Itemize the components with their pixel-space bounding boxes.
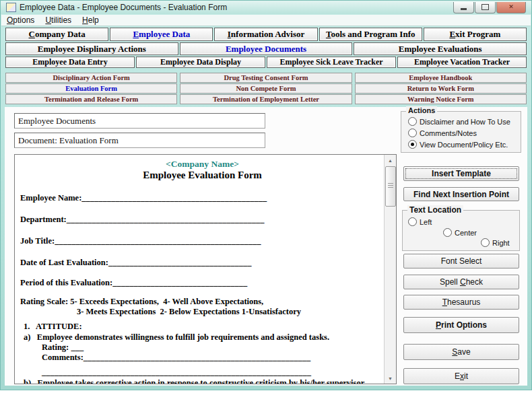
form-employee-handbook[interactable]: Employee Handbook <box>355 73 527 83</box>
minimize-button[interactable] <box>453 2 474 13</box>
doc-line: Rating Scale: 5- Exceeds Expectations, 4… <box>20 297 385 307</box>
tab-employee-data-display[interactable]: Employee Data Display <box>136 57 265 68</box>
main-tab-row: Company Data Employee Data Information A… <box>2 28 530 41</box>
form-evaluation[interactable]: Evaluation Form <box>5 83 177 94</box>
app-icon <box>6 3 16 12</box>
doc-line: Period of this Evaluation:______________… <box>20 278 385 288</box>
doc-form-title: Employee Evaluation Form <box>20 170 385 181</box>
doc-line: 3- Meets Expectations 2- Below Expectati… <box>77 307 385 317</box>
radio-icon <box>481 238 490 247</box>
insert-template-button[interactable]: Insert Template <box>403 166 519 181</box>
menu-help[interactable]: Help <box>77 15 104 25</box>
radio-icon <box>408 217 417 226</box>
document-form-grid: Disciplinary Action Form Drug Testing Co… <box>2 73 530 104</box>
doc-line: Employee Name:__________________________… <box>20 193 385 203</box>
close-button[interactable]: ✕ <box>496 2 526 13</box>
doc-line: Date of Last Evaluation:________________… <box>20 258 385 268</box>
print-options-button[interactable]: Print Options <box>403 317 519 333</box>
window-controls: ✕ <box>453 2 526 13</box>
scrollbar-thumb[interactable] <box>385 166 396 207</box>
app-window: Employee Data - Employee Documents - Eva… <box>0 0 532 390</box>
section-field[interactable]: Employee Documents <box>14 113 265 129</box>
minimize-icon <box>461 8 467 10</box>
radio-selected-icon <box>408 140 417 149</box>
menu-bar: Options Utilities Help <box>1 15 531 26</box>
thumb-grip <box>388 183 393 184</box>
maximize-button[interactable] <box>475 2 496 13</box>
title-bar: Employee Data - Employee Documents - Eva… <box>1 1 531 14</box>
tab-employee-data[interactable]: Employee Data <box>110 28 213 41</box>
exit-button[interactable]: Exit <box>403 368 519 384</box>
form-drug-testing-consent[interactable]: Drug Testing Consent Form <box>180 73 352 83</box>
doc-line: a) Employee demonstrates willingness to … <box>24 332 385 343</box>
thesaurus-button[interactable]: Thesaurus <box>403 295 519 310</box>
document-viewer[interactable]: <Company Name> Employee Evaluation Form … <box>14 154 397 384</box>
form-non-compete[interactable]: Non Compete Form <box>180 83 352 94</box>
doc-company-name: <Company Name> <box>20 159 385 170</box>
close-icon: ✕ <box>508 4 514 10</box>
radio-view-document[interactable]: View Document/Policy Etc. <box>408 140 508 149</box>
subsection-tab-row: Employee Data Entry Employee Data Displa… <box>2 57 530 68</box>
find-next-insertion-point-button[interactable]: Find Next Insertion Point <box>403 187 519 201</box>
form-warning-notice[interactable]: Warning Notice Form <box>355 94 527 104</box>
maximize-icon <box>481 4 489 10</box>
tab-exit-program[interactable]: Exit Program <box>424 28 527 41</box>
form-return-to-work[interactable]: Return to Work Form <box>355 83 527 94</box>
doc-line: ________________________________________… <box>42 367 385 378</box>
tab-employee-disciplinary-actions[interactable]: Employee Displinary Actions <box>5 42 178 55</box>
radio-icon <box>408 117 417 126</box>
form-disciplinary-action[interactable]: Disciplinary Action Form <box>5 73 177 83</box>
actions-group: Actions Disclaimer and How To Use Commen… <box>401 111 521 153</box>
radio-icon <box>443 228 452 237</box>
text-location-label: Text Location <box>407 205 463 215</box>
tab-tools-program-info[interactable]: Tools and Program Info <box>319 28 422 41</box>
save-button[interactable]: Save <box>403 344 519 360</box>
form-termination-employment-letter[interactable]: Termination of Employment Letter <box>180 94 352 104</box>
actions-group-label: Actions <box>406 106 437 114</box>
doc-line: Department:_____________________________… <box>20 215 385 225</box>
doc-line: Rating: ___ <box>42 343 385 353</box>
document-name-field[interactable]: Document: Evaluation Form <box>14 133 265 148</box>
text-location-group: Text Location Left Center Right <box>402 210 520 251</box>
form-termination-release[interactable]: Termination and Release Form <box>5 94 177 104</box>
scroll-up-icon[interactable]: ▲ <box>385 155 396 166</box>
tab-employee-data-entry[interactable]: Employee Data Entry <box>5 57 135 68</box>
tab-employee-documents[interactable]: Employee Documents <box>180 42 353 55</box>
tab-employee-vacation-tracker[interactable]: Employee Vacation Tracker <box>397 57 527 68</box>
radio-left[interactable]: Left <box>408 217 432 226</box>
doc-line: b) Employee takes corrective action in r… <box>24 378 385 384</box>
doc-line: 1. ATTITUDE: <box>24 322 385 332</box>
menu-utilities[interactable]: Utilities <box>40 15 77 25</box>
screen: { "window": { "title": "Employee Data - … <box>0 0 532 393</box>
doc-line: Comments:_______________________________… <box>42 353 385 363</box>
radio-disclaimer[interactable]: Disclaimer and How To Use <box>408 117 510 126</box>
document-body: <Company Name> Employee Evaluation Form … <box>15 155 385 384</box>
radio-comments-notes[interactable]: Comments/Notes <box>408 129 477 137</box>
spell-check-button[interactable]: Spell Check <box>403 275 519 289</box>
radio-center[interactable]: Center <box>443 228 477 237</box>
tab-employee-evaluations[interactable]: Employee Evaluations <box>354 42 527 55</box>
tab-information-advisor[interactable]: Information Advisor <box>214 28 317 41</box>
menu-options[interactable]: Options <box>1 15 40 25</box>
section-tab-row: Employee Displinary Actions Employee Doc… <box>2 42 530 55</box>
radio-right[interactable]: Right <box>481 238 510 247</box>
scroll-down-icon[interactable]: ▼ <box>385 373 396 384</box>
main-panel: Employee Documents Document: Evaluation … <box>5 107 527 386</box>
tab-company-data[interactable]: Company Data <box>5 28 108 41</box>
font-select-button[interactable]: Font Select <box>403 254 519 269</box>
document-scrollbar[interactable]: ▲ ▼ <box>384 155 396 384</box>
tab-employee-sick-leave-tracker[interactable]: Employee Sick Leave Tracker <box>267 57 396 68</box>
doc-line: Job Title:______________________________… <box>20 236 385 246</box>
window-title: Employee Data - Employee Documents - Eva… <box>20 3 227 12</box>
radio-icon <box>408 129 417 137</box>
